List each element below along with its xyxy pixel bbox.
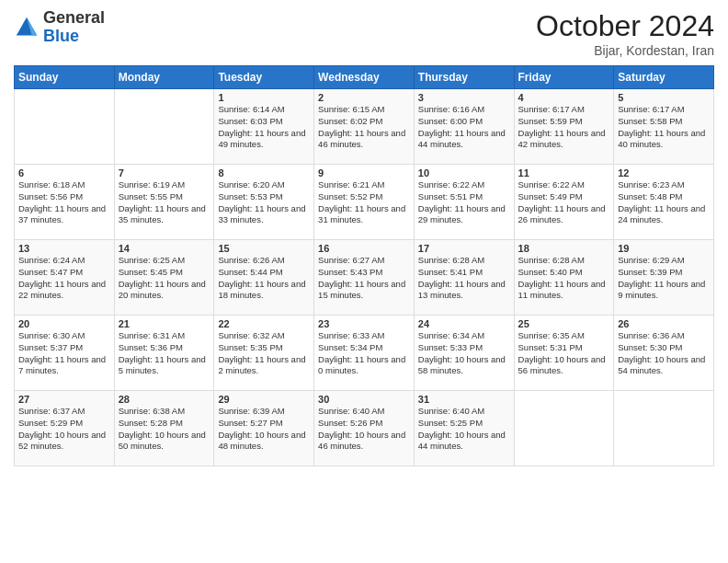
day-info: Sunrise: 6:38 AM Sunset: 5:28 PM Dayligh… <box>119 406 210 453</box>
calendar-cell: 4Sunrise: 6:17 AM Sunset: 5:59 PM Daylig… <box>514 89 614 165</box>
calendar-cell: 31Sunrise: 6:40 AM Sunset: 5:25 PM Dayli… <box>414 391 514 466</box>
calendar-header-row: SundayMondayTuesdayWednesdayThursdayFrid… <box>15 66 714 89</box>
day-number: 16 <box>318 243 410 254</box>
day-number: 8 <box>218 167 310 178</box>
day-info: Sunrise: 6:24 AM Sunset: 5:47 PM Dayligh… <box>18 255 110 302</box>
day-number: 23 <box>318 318 410 329</box>
calendar-cell <box>15 89 115 165</box>
day-info: Sunrise: 6:16 AM Sunset: 6:00 PM Dayligh… <box>418 104 510 151</box>
day-info: Sunrise: 6:19 AM Sunset: 5:55 PM Dayligh… <box>119 179 210 226</box>
day-info: Sunrise: 6:22 AM Sunset: 5:51 PM Dayligh… <box>418 179 510 226</box>
calendar-week-row: 27Sunrise: 6:37 AM Sunset: 5:29 PM Dayli… <box>15 391 714 466</box>
day-number: 18 <box>518 243 610 254</box>
header: General Blue October 2024 Bijar, Kordest… <box>14 9 714 58</box>
calendar: SundayMondayTuesdayWednesdayThursdayFrid… <box>14 65 714 466</box>
calendar-cell: 23Sunrise: 6:33 AM Sunset: 5:34 PM Dayli… <box>314 316 415 391</box>
day-number: 21 <box>119 318 210 329</box>
calendar-cell: 26Sunrise: 6:36 AM Sunset: 5:30 PM Dayli… <box>614 316 714 391</box>
day-number: 15 <box>218 243 310 254</box>
day-number: 20 <box>18 318 110 329</box>
calendar-cell <box>114 89 214 165</box>
day-of-week-header: Friday <box>514 66 614 89</box>
day-info: Sunrise: 6:32 AM Sunset: 5:35 PM Dayligh… <box>218 330 310 377</box>
day-info: Sunrise: 6:27 AM Sunset: 5:43 PM Dayligh… <box>318 255 410 302</box>
calendar-cell: 17Sunrise: 6:28 AM Sunset: 5:41 PM Dayli… <box>414 240 514 316</box>
day-info: Sunrise: 6:29 AM Sunset: 5:39 PM Dayligh… <box>618 255 710 302</box>
calendar-week-row: 6Sunrise: 6:18 AM Sunset: 5:56 PM Daylig… <box>15 165 714 240</box>
calendar-cell: 3Sunrise: 6:16 AM Sunset: 6:00 PM Daylig… <box>414 89 514 165</box>
calendar-week-row: 20Sunrise: 6:30 AM Sunset: 5:37 PM Dayli… <box>15 316 714 391</box>
day-info: Sunrise: 6:40 AM Sunset: 5:25 PM Dayligh… <box>418 406 510 453</box>
day-info: Sunrise: 6:40 AM Sunset: 5:26 PM Dayligh… <box>318 406 410 453</box>
day-info: Sunrise: 6:21 AM Sunset: 5:52 PM Dayligh… <box>318 179 410 226</box>
day-info: Sunrise: 6:37 AM Sunset: 5:29 PM Dayligh… <box>18 406 110 453</box>
logo-blue-text: Blue <box>43 27 79 45</box>
calendar-cell: 27Sunrise: 6:37 AM Sunset: 5:29 PM Dayli… <box>15 391 115 466</box>
calendar-cell: 29Sunrise: 6:39 AM Sunset: 5:27 PM Dayli… <box>214 391 314 466</box>
month-title: October 2024 <box>536 9 714 43</box>
day-number: 3 <box>418 92 510 103</box>
day-number: 24 <box>418 318 510 329</box>
calendar-week-row: 13Sunrise: 6:24 AM Sunset: 5:47 PM Dayli… <box>15 240 714 316</box>
day-info: Sunrise: 6:22 AM Sunset: 5:49 PM Dayligh… <box>518 179 610 226</box>
calendar-cell: 5Sunrise: 6:17 AM Sunset: 5:58 PM Daylig… <box>614 89 714 165</box>
calendar-cell: 22Sunrise: 6:32 AM Sunset: 5:35 PM Dayli… <box>214 316 314 391</box>
day-number: 31 <box>418 394 510 405</box>
day-of-week-header: Sunday <box>15 66 115 89</box>
day-of-week-header: Wednesday <box>314 66 415 89</box>
logo-text: General Blue <box>43 9 105 46</box>
day-number: 5 <box>618 92 710 103</box>
day-number: 11 <box>518 167 610 178</box>
day-number: 22 <box>218 318 310 329</box>
calendar-cell: 28Sunrise: 6:38 AM Sunset: 5:28 PM Dayli… <box>114 391 214 466</box>
page: General Blue October 2024 Bijar, Kordest… <box>0 0 728 563</box>
day-number: 17 <box>418 243 510 254</box>
logo: General Blue <box>14 9 105 46</box>
day-info: Sunrise: 6:30 AM Sunset: 5:37 PM Dayligh… <box>18 330 110 377</box>
day-info: Sunrise: 6:35 AM Sunset: 5:31 PM Dayligh… <box>518 330 610 377</box>
day-number: 12 <box>618 167 710 178</box>
day-info: Sunrise: 6:23 AM Sunset: 5:48 PM Dayligh… <box>618 179 710 226</box>
calendar-cell: 7Sunrise: 6:19 AM Sunset: 5:55 PM Daylig… <box>114 165 214 240</box>
day-number: 14 <box>119 243 210 254</box>
day-info: Sunrise: 6:14 AM Sunset: 6:03 PM Dayligh… <box>218 104 310 151</box>
day-info: Sunrise: 6:15 AM Sunset: 6:02 PM Dayligh… <box>318 104 410 151</box>
logo-icon <box>14 15 40 40</box>
calendar-cell: 1Sunrise: 6:14 AM Sunset: 6:03 PM Daylig… <box>214 89 314 165</box>
calendar-cell <box>514 391 614 466</box>
day-number: 28 <box>119 394 210 405</box>
day-number: 9 <box>318 167 410 178</box>
day-number: 1 <box>218 92 310 103</box>
day-number: 27 <box>18 394 110 405</box>
calendar-cell: 12Sunrise: 6:23 AM Sunset: 5:48 PM Dayli… <box>614 165 714 240</box>
day-info: Sunrise: 6:28 AM Sunset: 5:41 PM Dayligh… <box>418 255 510 302</box>
day-number: 4 <box>518 92 610 103</box>
calendar-cell: 10Sunrise: 6:22 AM Sunset: 5:51 PM Dayli… <box>414 165 514 240</box>
calendar-cell: 13Sunrise: 6:24 AM Sunset: 5:47 PM Dayli… <box>15 240 115 316</box>
calendar-cell: 25Sunrise: 6:35 AM Sunset: 5:31 PM Dayli… <box>514 316 614 391</box>
calendar-cell: 20Sunrise: 6:30 AM Sunset: 5:37 PM Dayli… <box>15 316 115 391</box>
day-info: Sunrise: 6:17 AM Sunset: 5:59 PM Dayligh… <box>518 104 610 151</box>
day-of-week-header: Saturday <box>614 66 714 89</box>
day-number: 25 <box>518 318 610 329</box>
day-info: Sunrise: 6:39 AM Sunset: 5:27 PM Dayligh… <box>218 406 310 453</box>
calendar-cell: 11Sunrise: 6:22 AM Sunset: 5:49 PM Dayli… <box>514 165 614 240</box>
day-number: 6 <box>18 167 110 178</box>
day-number: 26 <box>618 318 710 329</box>
day-info: Sunrise: 6:20 AM Sunset: 5:53 PM Dayligh… <box>218 179 310 226</box>
day-number: 19 <box>618 243 710 254</box>
day-number: 29 <box>218 394 310 405</box>
calendar-cell: 15Sunrise: 6:26 AM Sunset: 5:44 PM Dayli… <box>214 240 314 316</box>
day-of-week-header: Monday <box>114 66 214 89</box>
location: Bijar, Kordestan, Iran <box>536 43 714 58</box>
day-number: 7 <box>119 167 210 178</box>
calendar-cell: 14Sunrise: 6:25 AM Sunset: 5:45 PM Dayli… <box>114 240 214 316</box>
day-info: Sunrise: 6:34 AM Sunset: 5:33 PM Dayligh… <box>418 330 510 377</box>
calendar-cell: 9Sunrise: 6:21 AM Sunset: 5:52 PM Daylig… <box>314 165 415 240</box>
calendar-week-row: 1Sunrise: 6:14 AM Sunset: 6:03 PM Daylig… <box>15 89 714 165</box>
logo-general-text: General <box>43 8 105 27</box>
day-info: Sunrise: 6:28 AM Sunset: 5:40 PM Dayligh… <box>518 255 610 302</box>
day-info: Sunrise: 6:18 AM Sunset: 5:56 PM Dayligh… <box>18 179 110 226</box>
calendar-cell: 19Sunrise: 6:29 AM Sunset: 5:39 PM Dayli… <box>614 240 714 316</box>
day-number: 13 <box>18 243 110 254</box>
